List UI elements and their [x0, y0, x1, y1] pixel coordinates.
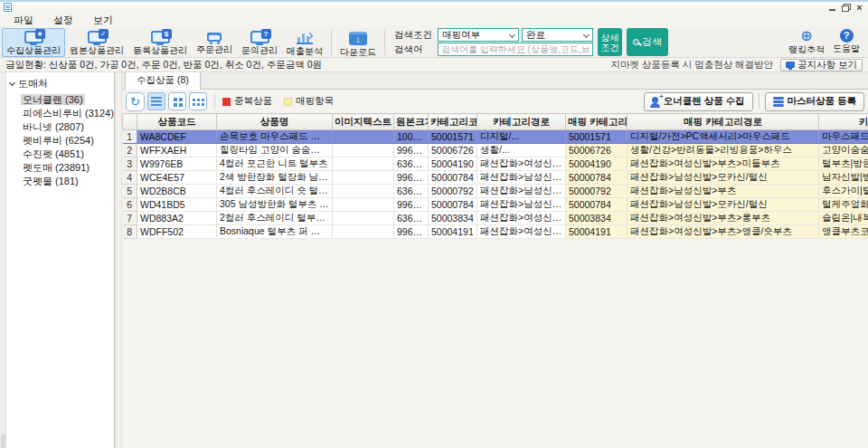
cell-mapping-category-code[interactable]: 50001571	[566, 130, 627, 144]
cell-mapping-category-path[interactable]: 패션잡화>남성신발>모카신/털신	[627, 198, 819, 212]
cell-mapping-category-code[interactable]: 50000784	[566, 198, 627, 212]
column-header-product-name[interactable]: 상품명	[217, 114, 333, 130]
cell-mapping-category-code[interactable]: 50004191	[566, 225, 627, 239]
cell-image-text[interactable]	[333, 130, 394, 144]
cell-product-code[interactable]: WD883A2	[137, 212, 217, 225]
column-header-keywords[interactable]: 키워드	[819, 114, 868, 130]
cell-original-size[interactable]: 636x636	[394, 185, 429, 198]
cell-category-code[interactable]: 50000784	[429, 198, 477, 212]
cell-mapping-category-code[interactable]: 50006726	[566, 144, 627, 157]
cell-mapping-category-code[interactable]: 50003834	[566, 212, 627, 225]
cell-product-name[interactable]: 2컬러 후스레이디 털부츠A	[217, 212, 333, 225]
cell-image-text[interactable]	[333, 212, 394, 225]
nav-registered-products[interactable]: $ 등록상품관리	[128, 28, 192, 57]
cell-category-path[interactable]: 생활/...	[477, 144, 566, 157]
cell-original-size[interactable]: 636x636	[394, 212, 429, 225]
sidebar-item[interactable]: 바니넷 (2807)	[6, 120, 114, 134]
cell-image-text[interactable]	[333, 144, 394, 157]
column-header-mapping-category-path[interactable]: 매핑 카테고리경로	[627, 114, 819, 130]
cell-mapping-category-path[interactable]: 생활/건강>반려동물>리빙용품>하우스	[627, 144, 819, 157]
nav-orders[interactable]: 주문관리	[192, 28, 237, 57]
cell-product-name[interactable]: 손목보호 마우스패드 자석 무선 제작 ...	[217, 130, 333, 144]
column-header-product-code[interactable]: 상품코드	[137, 114, 217, 130]
scrollbar-thumb[interactable]	[1, 434, 5, 448]
table-row[interactable]: 1WA8CDEF손목보호 마우스패드 자석 무선 제작 ...1000x...5…	[123, 130, 868, 144]
cell-product-code[interactable]: WCE4E57	[137, 171, 217, 185]
cell-image-text[interactable]	[333, 171, 394, 185]
cell-mapping-category-path[interactable]: 패션잡화>남성신발>부츠	[627, 185, 819, 198]
cell-product-name[interactable]: 2색 방한장화 털장화 남성 기모장화 ...	[217, 171, 333, 185]
cell-image-text[interactable]	[333, 198, 394, 212]
cell-product-name[interactable]: 힐링타임 고양이 숨숨집 놀이터 하우스 캣...	[217, 144, 333, 157]
column-header-category-path[interactable]: 카테고리경로	[477, 114, 566, 130]
cell-category-path[interactable]: 패션잡화>여성신발>부츠>롱부츠	[477, 212, 566, 225]
minimize-button[interactable]	[826, 3, 839, 12]
cell-product-name[interactable]: 4컬러 후스레이디 숏 털부츠	[217, 185, 333, 198]
column-header-category-code[interactable]: 카테고리코드	[429, 114, 477, 130]
cell-category-path[interactable]: 패션잡화>여성신발>부츠>앵클/...	[477, 225, 566, 239]
sidebar-item[interactable]: 피에스비루비 (3124)	[6, 107, 114, 120]
cell-category-path[interactable]: 패션잡화>남성신발>모카신/털신	[477, 171, 566, 185]
refresh-button[interactable]: ↻	[126, 92, 145, 111]
vendor-tree-header[interactable]: 도매처	[6, 75, 114, 93]
column-header-mapping-category-code[interactable]: 매핑 카테고리코드	[566, 114, 627, 130]
close-button[interactable]: ×	[853, 3, 866, 12]
cell-mapping-category-path[interactable]: 패션잡화>여성신발>부츠>미들부츠	[627, 157, 819, 171]
view-list-button[interactable]	[147, 92, 165, 110]
cell-category-code[interactable]: 50006726	[429, 144, 477, 157]
collect-products-button[interactable]: 오너클랜 상품 수집	[644, 92, 753, 111]
cell-original-size[interactable]: 996x996	[394, 198, 429, 212]
cell-product-code[interactable]: W9976EB	[137, 157, 217, 171]
cell-keywords[interactable]: 슬립온|내복|털슬립온|로...	[819, 212, 868, 225]
sidebar-item[interactable]: 굿펫몰 (181)	[6, 175, 114, 188]
menu-file[interactable]: 파일	[4, 13, 43, 28]
left-scrollbar[interactable]	[0, 72, 6, 448]
sidebar-item[interactable]: 수진펫 (4851)	[6, 148, 114, 161]
table-row[interactable]: 3W9976EB4컬러 포근한 니트 털부츠636x63650004190패션잡…	[123, 157, 868, 171]
table-row[interactable]: 8WDFF502Bosniaque 털부츠 퍼 숏 부츠996x99650004…	[123, 225, 868, 239]
sidebar-item[interactable]: 펫비루비 (6254)	[6, 134, 114, 148]
cell-mapping-category-code[interactable]: 50000784	[566, 171, 627, 185]
row-number[interactable]: 1	[123, 130, 137, 144]
row-number[interactable]: 8	[123, 225, 137, 239]
row-number[interactable]: 7	[123, 212, 137, 225]
sidebar-item[interactable]: 오너클랜 (36)	[6, 93, 114, 107]
row-number[interactable]: 6	[123, 198, 137, 212]
cell-category-path[interactable]: 디지털/...	[477, 130, 566, 144]
cell-original-size[interactable]: 996x996	[394, 171, 429, 185]
row-number[interactable]: 2	[123, 144, 137, 157]
nav-source-products[interactable]: ✓ 원본상품관리	[65, 28, 128, 57]
completion-select[interactable]: 완료	[522, 28, 593, 42]
cell-category-path[interactable]: 패션잡화>여성신발>부츠>미들부...	[477, 157, 566, 171]
help-button[interactable]: ? 도움말	[826, 29, 866, 55]
cell-category-code[interactable]: 50003834	[429, 212, 477, 225]
cell-keywords[interactable]: 털부츠|방한부츠|방한화|...	[819, 157, 868, 171]
table-row[interactable]: 2WFFXAEH힐링타임 고양이 숨숨집 놀이터 하우스 캣...996x996…	[123, 144, 868, 157]
cell-image-text[interactable]	[333, 157, 394, 171]
cell-image-text[interactable]	[333, 225, 394, 239]
cell-category-code[interactable]: 50000784	[429, 171, 477, 185]
column-header-original-size[interactable]: 원본크기	[394, 114, 429, 130]
view-notices-button[interactable]: 공지사항 보기	[780, 59, 863, 71]
cell-product-code[interactable]: WFFXAEH	[137, 144, 217, 157]
table-row[interactable]: 7WD883A22컬러 후스레이디 털부츠A636x63650003834패션잡…	[123, 212, 868, 225]
nav-sales-analysis[interactable]: 매출분석	[282, 28, 327, 57]
cell-keywords[interactable]: 고양이숨숨집|고양이집|고...	[819, 144, 868, 157]
cell-original-size[interactable]: 636x636	[394, 157, 429, 171]
row-number[interactable]: 4	[123, 171, 137, 185]
cell-image-text[interactable]	[333, 185, 394, 198]
cell-category-path[interactable]: 패션잡화>남성신발>모카신/털신	[477, 198, 566, 212]
search-button[interactable]: 검색	[627, 28, 668, 56]
cell-category-code[interactable]: 50004191	[429, 225, 477, 239]
cell-product-name[interactable]: Bosniaque 털부츠 퍼 숏 부츠	[217, 225, 333, 239]
cell-original-size[interactable]: 1000x...	[394, 130, 429, 144]
cell-mapping-category-code[interactable]: 50000792	[566, 185, 627, 198]
restore-button[interactable]	[839, 3, 853, 12]
nav-download[interactable]: ↓ 다운로드	[335, 28, 381, 57]
table-row[interactable]: 6WD41BD5305 남성방한화 털부츠 털케주얼화 ...996x99650…	[123, 198, 868, 212]
mapping-status-select[interactable]: 매핑여부	[438, 28, 519, 42]
cell-category-code[interactable]: 50004190	[429, 157, 477, 171]
nav-collected-products[interactable]: ★ 수집상품관리	[2, 28, 65, 57]
cell-category-code[interactable]: 50001571	[429, 130, 477, 144]
nav-inquiries[interactable]: ? 문의관리	[237, 28, 282, 57]
